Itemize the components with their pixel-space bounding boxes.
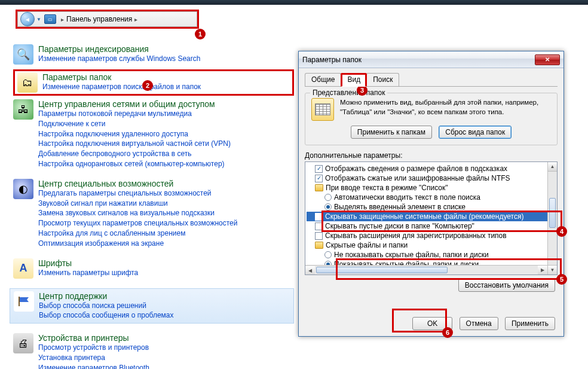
callout-badge-5: 5 bbox=[556, 274, 567, 285]
devices-printers-icon: 🖨 bbox=[13, 333, 33, 353]
radio-icon[interactable] bbox=[324, 251, 332, 258]
cp-link-network-4[interactable]: Добавление беспроводного устройства в се… bbox=[38, 149, 231, 159]
folder-view-icon bbox=[311, 98, 334, 121]
folder-view-groupbox: Представление папок Можно применить вид,… bbox=[305, 93, 558, 145]
tab-view[interactable]: Вид bbox=[341, 73, 367, 87]
checkbox-icon[interactable] bbox=[315, 222, 323, 230]
tab-general[interactable]: Общие bbox=[305, 73, 341, 86]
list-item-hide-system-files[interactable]: Скрывать защищенные системные файлы (рек… bbox=[307, 212, 556, 221]
list-item[interactable]: Не показывать скрытые файлы, папки и дис… bbox=[307, 250, 556, 260]
cp-link-indexing-change[interactable]: Изменение параметров службы Windows Sear… bbox=[38, 54, 200, 64]
cp-group-fonts: A Шрифты Изменить параметры шрифта bbox=[13, 258, 294, 279]
close-button[interactable]: ✕ bbox=[535, 54, 560, 65]
scroll-up-button[interactable]: ▲ bbox=[548, 162, 557, 172]
scroll-right-button[interactable]: ▶ bbox=[538, 266, 547, 275]
radio-icon[interactable] bbox=[324, 203, 332, 211]
folder-view-description: Можно применить вид, выбранный для этой … bbox=[340, 98, 551, 121]
breadcrumb-separator: ▸ bbox=[134, 16, 137, 23]
folder-options-dialog: Параметры папок ✕ Общие Вид Поиск Предст… bbox=[298, 51, 564, 337]
cp-link-access-3[interactable]: Просмотр текущих параметров специальных … bbox=[38, 218, 237, 228]
cp-link-folder-search[interactable]: Изменение параметров поиска файлов и пап… bbox=[42, 82, 201, 92]
folder-options-icon: 🗂 bbox=[17, 72, 38, 93]
list-item[interactable]: Выделять введенный элемент в списке bbox=[307, 202, 556, 212]
tab-search[interactable]: Поиск bbox=[366, 73, 399, 86]
cp-link-access-4[interactable]: Настройка для лиц с ослабленным зрением bbox=[38, 228, 237, 239]
cp-title-devices: Устройства и принтеры bbox=[38, 333, 191, 343]
list-item[interactable]: ✓Отображать сжатые или зашифрованные фай… bbox=[307, 173, 556, 183]
horizontal-scrollbar[interactable]: ◀ ▶ bbox=[305, 265, 547, 275]
cp-title-folder[interactable]: Параметры папок bbox=[42, 72, 201, 82]
cp-group-folder-callout-frame: 🗂 Параметры папок Изменение параметров п… bbox=[13, 69, 294, 96]
restore-defaults-button[interactable]: Восстановить умолчания bbox=[458, 279, 555, 292]
reset-folder-view-button[interactable]: Сброс вида папок bbox=[439, 126, 512, 139]
network-center-icon: 🖧 bbox=[13, 99, 33, 120]
checkbox-icon[interactable]: ✓ bbox=[315, 175, 323, 182]
magnifier-icon: 🔍 bbox=[13, 44, 33, 65]
cp-link-network-1[interactable]: Подключение к сети bbox=[38, 119, 231, 129]
cp-title-accessibility: Центр специальных возможностей bbox=[38, 179, 237, 188]
scroll-thumb[interactable] bbox=[549, 198, 556, 228]
cp-link-access-1[interactable]: Звуковой сигнал при нажатии клавиши bbox=[38, 199, 237, 209]
cp-group-network: 🖧 Центр управления сетями и общим доступ… bbox=[13, 99, 294, 169]
scroll-thumb[interactable] bbox=[316, 267, 448, 273]
cp-title-fonts: Шрифты bbox=[38, 258, 138, 268]
dialog-title-text: Параметры папок bbox=[302, 56, 535, 64]
folder-icon bbox=[315, 184, 323, 191]
nav-back-button[interactable]: ◄ bbox=[20, 12, 35, 26]
flag-icon bbox=[14, 291, 34, 312]
cp-group-accessibility: ◐ Центр специальных возможностей Предлаг… bbox=[13, 179, 294, 249]
breadcrumb-label[interactable]: Панель управления bbox=[66, 15, 132, 23]
control-panel-icon: ▭ bbox=[44, 14, 56, 24]
list-item[interactable]: Автоматически вводить текст в поле поиск… bbox=[307, 193, 556, 202]
dialog-tabs: Общие Вид Поиск bbox=[305, 73, 558, 87]
cp-link-devices-0[interactable]: Просмотр устройств и принтеров bbox=[38, 343, 191, 353]
list-item[interactable]: Скрывать расширения для зарегистрированн… bbox=[307, 231, 556, 240]
checkbox-icon[interactable] bbox=[315, 213, 323, 221]
scroll-left-button[interactable]: ◀ bbox=[305, 266, 315, 275]
cp-title-network: Центр управления сетями и общим доступом bbox=[38, 99, 231, 109]
callout-badge-6: 6 bbox=[442, 327, 453, 338]
address-bar[interactable]: ◄ ▼ ▭ ▸ Панель управления ▸ bbox=[17, 11, 197, 27]
dialog-titlebar[interactable]: Параметры папок ✕ bbox=[299, 51, 564, 68]
cp-link-fonts-change[interactable]: Изменить параметры шрифта bbox=[38, 268, 138, 278]
cp-link-devices-2[interactable]: Изменение параметров Bluetooth bbox=[38, 363, 191, 369]
cp-group-devices: 🖨 Устройства и принтеры Просмотр устройс… bbox=[13, 333, 294, 369]
cp-link-network-3[interactable]: Настройка подключения виртуальной частно… bbox=[38, 139, 231, 149]
cp-link-support-0[interactable]: Выбор способа поиска решений bbox=[39, 301, 174, 311]
scroll-down-button[interactable]: ▼ bbox=[548, 265, 557, 275]
breadcrumb-separator: ▸ bbox=[61, 16, 64, 23]
svg-rect-0 bbox=[19, 297, 20, 306]
cp-link-access-5[interactable]: Оптимизация изображения на экране bbox=[38, 239, 237, 249]
advanced-settings-label: Дополнительные параметры: bbox=[305, 151, 558, 160]
radio-icon[interactable] bbox=[324, 194, 332, 201]
cp-link-devices-1[interactable]: Установка принтера bbox=[38, 353, 191, 363]
cp-link-access-2[interactable]: Замена звуковых сигналов на визуальные п… bbox=[38, 208, 237, 218]
cp-link-network-0[interactable]: Параметры потоковой передачи мультимедиа bbox=[38, 109, 231, 119]
cancel-button[interactable]: Отмена bbox=[460, 317, 498, 330]
list-item[interactable]: Скрывать пустые диски в папке "Компьютер… bbox=[307, 221, 556, 231]
nav-history-dropdown[interactable]: ▼ bbox=[36, 17, 42, 22]
apply-button[interactable]: Применить bbox=[505, 317, 555, 330]
cp-title-support: Центр поддержки bbox=[39, 291, 174, 301]
address-bar-callout-frame: ◄ ▼ ▭ ▸ Панель управления ▸ bbox=[16, 10, 199, 29]
advanced-settings-listbox[interactable]: ✓Отображать сведения о размере файлов в … bbox=[305, 161, 558, 275]
apply-to-folders-button[interactable]: Применить к папкам bbox=[351, 126, 432, 139]
folder-view-legend: Представление папок bbox=[310, 89, 387, 97]
cp-link-access-0[interactable]: Предлагать параметры специальных возможн… bbox=[38, 188, 237, 199]
checkbox-icon[interactable] bbox=[315, 232, 323, 240]
cp-group-support[interactable]: Центр поддержки Выбор способа поиска реш… bbox=[10, 288, 294, 324]
list-item[interactable]: При вводе текста в режиме "Список" bbox=[307, 183, 556, 193]
folder-icon bbox=[315, 242, 323, 249]
callout-badge-4: 4 bbox=[556, 226, 567, 237]
callout-badge-2: 2 bbox=[142, 80, 153, 91]
vertical-scrollbar[interactable]: ▲ ▼ bbox=[547, 162, 557, 275]
checkbox-icon[interactable]: ✓ bbox=[315, 165, 323, 173]
list-item[interactable]: ✓Отображать сведения о размере файлов в … bbox=[307, 164, 556, 173]
cp-group-indexing: 🔍 Параметры индексирования Изменение пар… bbox=[13, 44, 294, 65]
cp-link-network-5[interactable]: Настройка одноранговых сетей (компьютер-… bbox=[38, 159, 231, 169]
cp-title-indexing: Параметры индексирования bbox=[38, 44, 200, 54]
list-item[interactable]: Скрытые файлы и папки bbox=[307, 240, 556, 250]
fonts-icon: A bbox=[13, 258, 33, 279]
cp-link-support-1[interactable]: Выбор способа сообщения о проблемах bbox=[39, 310, 174, 321]
cp-link-network-2[interactable]: Настройка подключения удаленного доступа bbox=[38, 129, 231, 139]
